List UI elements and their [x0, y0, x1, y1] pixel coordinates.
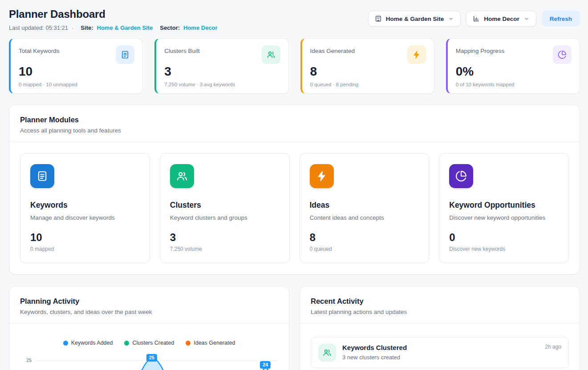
stat-value: 0% — [456, 65, 572, 79]
sector-link[interactable]: Home Decor — [183, 24, 218, 31]
stat-card-total-keywords: Total Keywords 10 0 mapped · 10 unmapped — [9, 38, 143, 94]
panel-head: Planner Modules Access all planning tool… — [20, 116, 569, 134]
planner-dashboard-page: Planner Dashboard Last updated: 05:31:21… — [0, 0, 588, 370]
stat-label: Ideas Generated — [310, 48, 355, 54]
module-value: 8 — [310, 232, 419, 243]
section-subtitle: Keywords, clusters, and ideas over the p… — [20, 309, 278, 315]
section-title: Recent Activity — [311, 297, 569, 306]
module-caption: 7,250 volume — [170, 246, 280, 252]
y-axis-tick: 25 — [26, 358, 32, 363]
users-icon — [318, 344, 336, 362]
legend-dot — [186, 341, 191, 346]
legend-item-keywords-added[interactable]: Keywords Added — [63, 340, 113, 346]
activity-chart: 25 25 24 — [20, 351, 278, 370]
site-selector-dropdown[interactable]: Home & Garden Site — [368, 11, 461, 27]
module-description: Keyword clusters and groups — [170, 214, 280, 221]
header: Planner Dashboard Last updated: 05:31:21… — [9, 8, 580, 31]
activity-text: Keywords Clustered 3 new clusters create… — [342, 344, 407, 361]
recent-activity-panel: Recent Activity Latest planning actions … — [300, 286, 580, 370]
module-value: 0 — [449, 232, 559, 243]
section-subtitle: Access all planning tools and features — [20, 127, 569, 134]
activity-title: Keywords Clustered — [342, 344, 407, 351]
section-subtitle: Latest planning actions and updates — [311, 309, 569, 315]
stat-caption: 0 mapped · 10 unmapped — [19, 82, 134, 87]
stat-value: 3 — [164, 65, 280, 79]
module-title: Clusters — [170, 201, 280, 210]
module-caption: 0 mapped — [30, 246, 140, 252]
module-caption: 0 queued — [310, 246, 419, 252]
divider — [9, 323, 289, 324]
planner-modules-panel: Planner Modules Access all planning tool… — [9, 105, 580, 274]
stat-caption: 0 queued · 8 pending — [310, 82, 426, 87]
chevron-down-icon — [448, 16, 454, 22]
document-lines-icon — [116, 45, 134, 64]
section-title: Planning Activity — [20, 297, 278, 306]
refresh-button[interactable]: Refresh — [542, 11, 580, 27]
stat-label: Total Keywords — [19, 48, 60, 54]
stats-row: Total Keywords 10 0 mapped · 10 unmapped… — [9, 38, 580, 94]
bolt-icon — [407, 45, 426, 64]
chart-legend: Keywords Added Clusters Created Ideas Ge… — [20, 340, 278, 346]
sector-label: Sector: — [160, 24, 180, 31]
stat-label: Mapping Progress — [456, 48, 505, 54]
divider — [9, 142, 580, 142]
module-description: Discover new keyword opportunities — [449, 214, 559, 221]
stat-label: Clusters Built — [164, 48, 200, 54]
pie-chart-icon — [449, 164, 473, 188]
last-updated-text: Last updated: 05:31:21 — [9, 24, 68, 31]
sector-selector-dropdown[interactable]: Home Decor — [466, 11, 536, 27]
modules-grid: Keywords Manage and discover keywords 10… — [20, 153, 569, 263]
bottom-row: Planning Activity Keywords, clusters, an… — [9, 275, 580, 370]
users-icon — [170, 164, 194, 188]
module-title: Keyword Opportunities — [449, 201, 559, 210]
bolt-icon — [310, 164, 334, 188]
pie-chart-icon — [553, 45, 572, 64]
site-label: Site: — [81, 24, 93, 31]
module-title: Ideas — [310, 201, 419, 210]
site-link[interactable]: Home & Garden Site — [97, 24, 153, 31]
stat-card-ideas-generated: Ideas Generated 8 0 queued · 8 pending — [300, 38, 434, 94]
users-icon — [262, 45, 280, 64]
legend-item-clusters-created[interactable]: Clusters Created — [124, 340, 174, 346]
stat-caption: 7,250 volume · 3 avg keywords — [164, 82, 280, 87]
module-value: 10 — [30, 232, 140, 243]
sector-selector-value: Home Decor — [484, 16, 519, 22]
module-card-ideas[interactable]: Ideas Content ideas and concepts 8 0 que… — [300, 153, 430, 263]
stat-caption: 0 of 10 keywords mapped — [456, 82, 572, 87]
stat-value: 8 — [310, 65, 426, 79]
chevron-down-icon — [523, 16, 530, 22]
building-icon — [375, 15, 382, 22]
legend-dot — [63, 341, 68, 346]
module-description: Manage and discover keywords — [30, 214, 140, 221]
data-point-label: 24 — [260, 361, 271, 369]
bar-chart-icon — [473, 15, 480, 22]
module-card-keywords[interactable]: Keywords Manage and discover keywords 10… — [20, 153, 150, 263]
header-left: Planner Dashboard Last updated: 05:31:21… — [9, 8, 218, 31]
module-card-clusters[interactable]: Clusters Keyword clusters and groups 3 7… — [160, 153, 290, 263]
legend-item-ideas-generated[interactable]: Ideas Generated — [186, 340, 235, 346]
legend-label: Keywords Added — [71, 340, 113, 346]
separator-dot: · — [72, 24, 73, 31]
planning-activity-panel: Planning Activity Keywords, clusters, an… — [9, 286, 289, 370]
module-caption: Discover new keywords — [449, 246, 559, 252]
section-title: Planner Modules — [20, 116, 569, 124]
module-title: Keywords — [30, 201, 140, 210]
stat-value: 10 — [19, 65, 134, 79]
divider — [300, 323, 580, 324]
site-selector-value: Home & Garden Site — [386, 16, 444, 22]
module-card-keyword-opportunities[interactable]: Keyword Opportunities Discover new keywo… — [439, 153, 569, 263]
legend-label: Ideas Generated — [194, 340, 235, 346]
activity-timestamp: 2h ago — [545, 344, 561, 350]
stat-card-clusters-built: Clusters Built 3 7,250 volume · 3 avg ke… — [154, 38, 288, 94]
header-controls: Home & Garden Site Home Decor Refresh — [368, 11, 580, 27]
data-point-label: 25 — [146, 354, 157, 362]
legend-dot — [124, 341, 129, 346]
stat-card-mapping-progress: Mapping Progress 0% 0 of 10 keywords map… — [446, 38, 580, 94]
document-lines-icon — [30, 164, 54, 188]
page-title: Planner Dashboard — [9, 8, 218, 20]
module-description: Content ideas and concepts — [310, 214, 419, 221]
module-value: 3 — [170, 232, 280, 243]
activity-description: 3 new clusters created — [342, 354, 407, 361]
legend-label: Clusters Created — [132, 340, 174, 346]
meta-line: Last updated: 05:31:21 · Site: Home & Ga… — [9, 24, 218, 31]
